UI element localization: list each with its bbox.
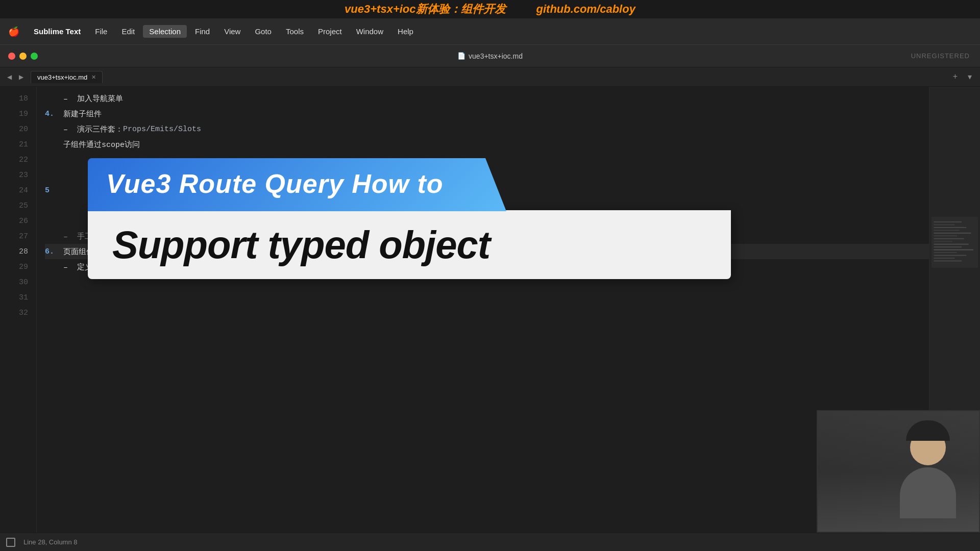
menu-window[interactable]: Window — [350, 25, 389, 38]
line-num-28: 28 — [0, 244, 36, 259]
person-head — [910, 430, 946, 465]
line-num-25: 25 — [0, 198, 36, 213]
tab-main[interactable]: vue3+tsx+ioc.md ✕ — [31, 71, 103, 83]
tab-close-icon[interactable]: ✕ — [91, 74, 96, 81]
line-num-30: 30 — [0, 274, 36, 290]
menu-file[interactable]: File — [89, 25, 113, 38]
menu-edit[interactable]: Edit — [115, 25, 141, 38]
banner-right-text: github.com/cabloy — [536, 3, 635, 16]
line-num-24: 24 — [0, 183, 36, 198]
code-line-21: 子组件通过scope访问 — [45, 137, 929, 152]
code-line-32 — [45, 305, 929, 320]
status-icon — [6, 538, 15, 547]
code-line-20: – 演示三件套：Props/Emits/Slots — [45, 121, 929, 137]
banner-bottom: Support typed object — [88, 210, 731, 279]
menu-find[interactable]: Find — [189, 25, 216, 38]
line-num-21: 21 — [0, 137, 36, 152]
maximize-button[interactable] — [31, 53, 38, 60]
menu-view[interactable]: View — [218, 25, 247, 38]
apple-logo-icon: 🍎 — [8, 26, 19, 37]
line-num-29: 29 — [0, 259, 36, 274]
nav-arrows: ◀ ▶ — [4, 72, 27, 82]
nav-forward-icon[interactable]: ▶ — [16, 72, 27, 82]
top-banner: vue3+tsx+ioc新体验：组件开发 github.com/cabloy — [0, 0, 980, 18]
titlebar: vue3+tsx+ioc.md UNREGISTERED — [0, 45, 980, 67]
statusbar: Line 28, Column 8 — [0, 533, 980, 551]
status-position: Line 28, Column 8 — [23, 538, 78, 546]
banner-top-text: Vue3 Route Query How to — [106, 168, 488, 199]
line-numbers: 18 19 20 21 22 23 24 25 26 27 28 29 30 3… — [0, 87, 37, 533]
title-filename: vue3+tsx+ioc.md — [457, 52, 523, 60]
banner-left-text: vue3+tsx+ioc新体验：组件开发 — [345, 2, 505, 17]
code-line-18: – 加入导航菜单 — [45, 91, 929, 106]
code-line-19: 4. 新建子组件 — [45, 106, 929, 121]
menu-help[interactable]: Help — [391, 25, 420, 38]
code-area[interactable]: – 加入导航菜单 4. 新建子组件 – 演示三件套：Props/Emits/Sl… — [37, 87, 929, 533]
minimize-button[interactable] — [19, 53, 27, 60]
line-num-27: 27 — [0, 229, 36, 244]
tab-label: vue3+tsx+ioc.md — [37, 73, 87, 81]
window-controls — [8, 53, 38, 60]
person-body — [900, 467, 956, 518]
nav-back-icon[interactable]: ◀ — [4, 72, 15, 82]
webcam-person — [892, 430, 964, 532]
banner-top: Vue3 Route Query How to — [88, 158, 506, 211]
line-num-26: 26 — [0, 213, 36, 229]
svg-rect-15 — [932, 217, 978, 268]
line-num-22: 22 — [0, 152, 36, 167]
tab-actions: + ▾ — [949, 71, 976, 83]
overlay-banner: Vue3 Route Query How to Support typed ob… — [88, 158, 731, 279]
tabbar: ◀ ▶ vue3+tsx+ioc.md ✕ + ▾ — [0, 67, 980, 87]
tab-add-icon[interactable]: + — [949, 71, 962, 83]
app-name-label: Sublime Text — [28, 25, 87, 38]
code-line-31 — [45, 290, 929, 305]
line-num-31: 31 — [0, 290, 36, 305]
line-num-18: 18 — [0, 91, 36, 106]
menubar: 🍎 Sublime Text File Edit Selection Find … — [0, 18, 980, 45]
menu-tools[interactable]: Tools — [280, 25, 310, 38]
menu-project[interactable]: Project — [312, 25, 348, 38]
webcam-overlay — [817, 410, 980, 533]
close-button[interactable] — [8, 53, 15, 60]
line-num-20: 20 — [0, 121, 36, 137]
menu-selection[interactable]: Selection — [143, 25, 187, 38]
line-num-23: 23 — [0, 167, 36, 183]
menu-goto[interactable]: Goto — [249, 25, 278, 38]
webcam-view — [818, 411, 979, 532]
line-num-32: 32 — [0, 305, 36, 320]
banner-bottom-text: Support typed object — [112, 222, 706, 267]
unregistered-label: UNREGISTERED — [911, 52, 970, 60]
line-num-19: 19 — [0, 106, 36, 121]
tab-menu-icon[interactable]: ▾ — [964, 71, 976, 83]
